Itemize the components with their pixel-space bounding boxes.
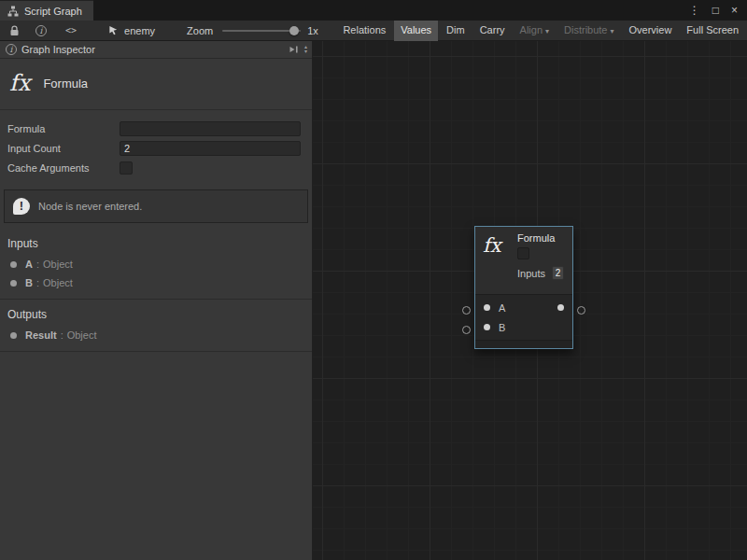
warning-box: ! Node is never entered. (4, 189, 308, 223)
inspector-port-row-b: B : Object (0, 273, 312, 292)
overview-button[interactable]: Overview (623, 21, 679, 41)
port-type: Object (43, 259, 73, 270)
node-port-label: A (499, 302, 505, 314)
inspector-fields: Formula Input Count Cache Arguments (0, 110, 312, 182)
port-type: Object (67, 329, 97, 341)
node-inputs-label: Inputs (517, 268, 545, 279)
cache-arguments-field-label: Cache Arguments (7, 162, 120, 174)
port-name: A (25, 259, 33, 270)
cache-arguments-field-row: Cache Arguments (7, 159, 301, 177)
output-port-result-icon[interactable] (557, 304, 564, 311)
inspector-port-row-a: A : Object (0, 255, 312, 273)
distribute-button-label: Distribute (564, 24, 607, 35)
port-separator: : (61, 329, 63, 341)
dock-icon[interactable] (289, 45, 299, 54)
full-screen-button[interactable]: Full Screen (680, 21, 745, 41)
node-input-count-field[interactable]: 2 (552, 266, 564, 280)
node-ports: A B (475, 294, 572, 340)
port-dot-icon (10, 280, 17, 287)
titlebar: Script Graph ⋮ □ × (0, 0, 747, 21)
script-graph-icon (7, 6, 19, 17)
align-button-label: Align (520, 24, 543, 35)
chevron-down-icon: ▾ (545, 27, 549, 35)
zoom-slider[interactable] (222, 25, 301, 36)
outer-output-port-result-icon[interactable] (577, 306, 585, 315)
inspector-header-title: Graph Inspector (21, 44, 95, 55)
info-icon: i (6, 44, 17, 55)
formula-input[interactable] (120, 121, 301, 136)
content-area: i Graph Inspector ▴ ▾ fx Formula (0, 41, 747, 560)
formula-field-label: Formula (7, 123, 120, 134)
graph-inspector-panel: i Graph Inspector ▴ ▾ fx Formula (0, 41, 313, 560)
close-icon[interactable]: × (731, 4, 738, 17)
formula-node[interactable]: fx Formula Inputs 2 A (474, 226, 573, 349)
cache-arguments-checkbox[interactable] (120, 161, 133, 175)
carry-button[interactable]: Carry (473, 21, 512, 41)
graph-breadcrumb[interactable]: enemy (108, 25, 155, 36)
values-button[interactable]: Values (394, 21, 438, 41)
tab-script-graph[interactable]: Script Graph (0, 0, 93, 21)
warning-icon: ! (13, 198, 30, 215)
maximize-icon[interactable]: □ (712, 4, 719, 17)
lock-icon[interactable] (7, 24, 21, 37)
formula-node-header: fx Formula Inputs 2 (475, 227, 572, 294)
code-icon[interactable]: <> (65, 24, 77, 37)
outer-input-port-b-icon[interactable] (462, 326, 471, 334)
zoom-value: 1x (307, 25, 318, 36)
node-formula-field[interactable] (517, 247, 529, 259)
inspector-node-title: Formula (43, 77, 88, 91)
port-separator: : (36, 259, 39, 270)
node-port-row-a: A (475, 298, 572, 317)
outputs-section-header: Outputs (0, 300, 312, 326)
port-type: Object (43, 277, 73, 288)
node-inputs-row: Inputs 2 (517, 266, 564, 280)
zoom-label: Zoom (187, 25, 213, 36)
inputs-section-header: Inputs (0, 229, 312, 255)
formula-field-row: Formula (7, 119, 301, 138)
node-footer (475, 340, 572, 348)
port-separator: : (36, 277, 39, 288)
port-dot-icon (10, 332, 17, 339)
input-port-b-icon[interactable] (484, 324, 490, 330)
graph-pointer-icon (108, 25, 119, 35)
node-port-row-b: B (475, 317, 572, 337)
align-button[interactable]: Align▾ (514, 21, 556, 41)
chevron-down-icon: ▾ (611, 27, 614, 35)
outer-input-port-a-icon[interactable] (462, 306, 471, 315)
inspector-header: i Graph Inspector ▴ ▾ (0, 41, 312, 59)
section-divider (0, 351, 312, 352)
inspector-title-block: fx Formula (0, 59, 312, 110)
input-count-field-row: Input Count (7, 139, 301, 158)
warning-text: Node is never entered. (38, 201, 142, 212)
input-count-field-label: Input Count (7, 143, 120, 154)
distribute-button[interactable]: Distribute▾ (557, 21, 620, 41)
scroll-down-icon[interactable]: ▾ (304, 49, 307, 54)
info-icon[interactable]: i (35, 25, 47, 36)
window-controls: ⋮ □ × (689, 0, 747, 21)
graph-canvas[interactable]: fx Formula Inputs 2 A (313, 41, 747, 560)
tab-label: Script Graph (24, 6, 82, 17)
unity-graph-window: Script Graph ⋮ □ × i <> enemy Zoom (0, 0, 747, 560)
port-name: B (25, 277, 33, 288)
node-port-label: B (499, 322, 505, 333)
input-port-a-icon[interactable] (484, 304, 490, 311)
inspector-port-row-result: Result : Object (0, 326, 312, 344)
zoom-slider-thumb[interactable] (289, 26, 299, 35)
port-name: Result (25, 329, 57, 341)
formula-fx-icon: fx (483, 232, 509, 288)
node-title: Formula (517, 232, 564, 244)
port-dot-icon (10, 261, 17, 268)
graph-name-label: enemy (124, 25, 155, 36)
scrollbar-arrows[interactable]: ▴ ▾ (304, 45, 307, 54)
toolbar-buttons: Relations Values Dim Carry Align▾ Distri… (334, 21, 747, 40)
input-count-input[interactable] (120, 141, 301, 156)
relations-button[interactable]: Relations (336, 21, 392, 41)
dim-button[interactable]: Dim (440, 21, 472, 41)
window-menu-icon[interactable]: ⋮ (689, 4, 700, 17)
graph-toolbar: i <> enemy Zoom 1x Relations Values Dim … (0, 21, 747, 41)
formula-fx-icon: fx (9, 70, 30, 96)
